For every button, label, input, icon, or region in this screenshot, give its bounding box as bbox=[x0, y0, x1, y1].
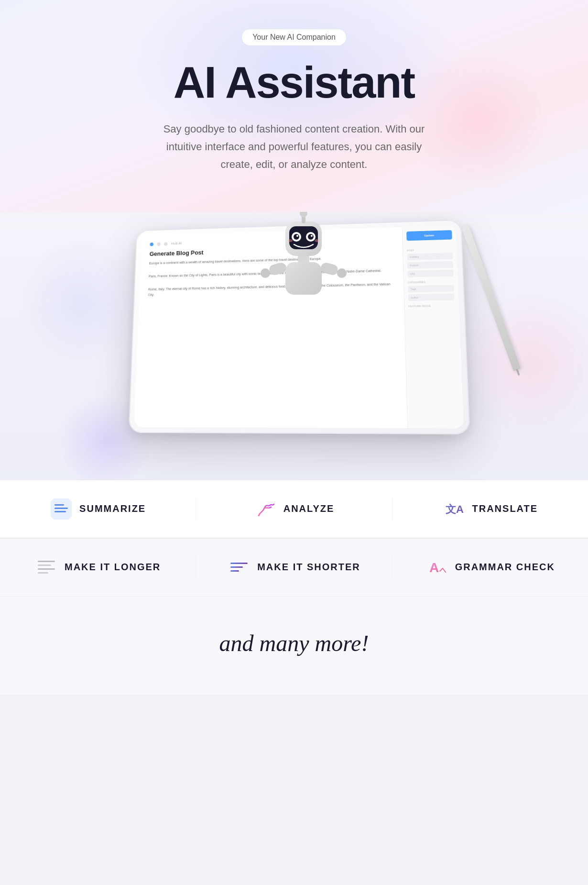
svg-point-4 bbox=[261, 268, 270, 278]
feature-item-shorter: MAKE IT SHORTER bbox=[196, 556, 392, 579]
svg-rect-3 bbox=[320, 261, 339, 276]
feature-strip-2: MAKE IT LONGER MAKE IT SHORTER A bbox=[0, 538, 588, 597]
sidebar-section-feature: Feature Image bbox=[408, 304, 455, 308]
translate-icon: 文A bbox=[443, 498, 466, 520]
translate-label: TRANSLATE bbox=[472, 503, 538, 514]
svg-point-16 bbox=[288, 239, 293, 242]
sidebar-item-tags: Tags bbox=[408, 285, 454, 292]
svg-point-8 bbox=[300, 212, 307, 217]
sidebar-section-post: Post bbox=[407, 248, 453, 252]
sidebar-section-categories: Categories bbox=[408, 280, 454, 284]
longer-label: MAKE IT LONGER bbox=[65, 562, 161, 573]
stylus-pen bbox=[461, 225, 521, 371]
shorter-icon bbox=[228, 556, 250, 579]
summarize-label: SUMMARIZE bbox=[79, 503, 146, 514]
tablet-sidebar: Update Post Visibility Publish URL Categ… bbox=[402, 225, 464, 428]
sidebar-item-url: URL bbox=[407, 269, 453, 277]
hero-section: Your New AI Companion AI Assistant Say g… bbox=[0, 0, 588, 212]
toolbar-dot-blue bbox=[150, 242, 153, 246]
hero-subtitle: Say goodbye to old fashioned content cre… bbox=[160, 120, 428, 174]
svg-rect-20 bbox=[54, 508, 68, 509]
many-more-text: and many more! bbox=[10, 630, 578, 656]
svg-point-17 bbox=[315, 239, 319, 242]
svg-rect-2 bbox=[268, 261, 287, 276]
svg-point-14 bbox=[296, 235, 298, 237]
svg-point-5 bbox=[337, 268, 347, 278]
summarize-icon bbox=[50, 498, 73, 520]
feature-row-2: MAKE IT LONGER MAKE IT SHORTER A bbox=[0, 539, 588, 596]
feature-item-translate: 文A TRANSLATE bbox=[392, 498, 588, 520]
svg-rect-19 bbox=[54, 504, 64, 506]
svg-text:文A: 文A bbox=[446, 503, 464, 515]
shorter-label: MAKE IT SHORTER bbox=[257, 562, 360, 573]
svg-rect-21 bbox=[54, 511, 66, 512]
sidebar-item-author: Author bbox=[408, 293, 455, 301]
many-more-section: and many more! bbox=[0, 597, 588, 695]
feature-item-summarize: SUMMARIZE bbox=[0, 498, 196, 520]
feature-item-grammar: A GRAMMAR CHECK bbox=[392, 556, 588, 579]
svg-rect-1 bbox=[285, 262, 322, 295]
hero-badge: Your New AI Companion bbox=[241, 29, 347, 46]
sidebar-item-visibility: Visibility bbox=[407, 253, 453, 260]
grammar-icon: A bbox=[425, 556, 448, 579]
grammar-label: GRAMMAR CHECK bbox=[455, 562, 555, 573]
sidebar-update-btn[interactable]: Update bbox=[406, 230, 452, 241]
analyze-label: ANALYZE bbox=[283, 503, 335, 514]
svg-point-13 bbox=[308, 234, 314, 240]
analyze-icon bbox=[254, 498, 277, 520]
feature-item-analyze: ANALYZE bbox=[196, 498, 392, 520]
svg-text:A: A bbox=[429, 560, 439, 575]
sidebar-item-publish: Publish bbox=[407, 261, 453, 268]
toolbar-logo-text: Hub AI bbox=[171, 241, 182, 245]
robot-character bbox=[256, 212, 351, 303]
feature-item-longer: MAKE IT LONGER bbox=[0, 556, 196, 579]
hero-title: AI Assistant bbox=[10, 59, 578, 106]
toolbar-dot-2 bbox=[164, 242, 168, 245]
showcase-section: Hub AI Generate Blog Post Europe is a co… bbox=[0, 212, 588, 480]
feature-strip-1: SUMMARIZE bbox=[0, 480, 588, 538]
svg-point-12 bbox=[294, 234, 299, 240]
longer-icon bbox=[35, 556, 58, 579]
toolbar-dot-1 bbox=[157, 242, 161, 246]
feature-row-1: SUMMARIZE bbox=[0, 480, 588, 538]
svg-point-15 bbox=[311, 235, 313, 237]
